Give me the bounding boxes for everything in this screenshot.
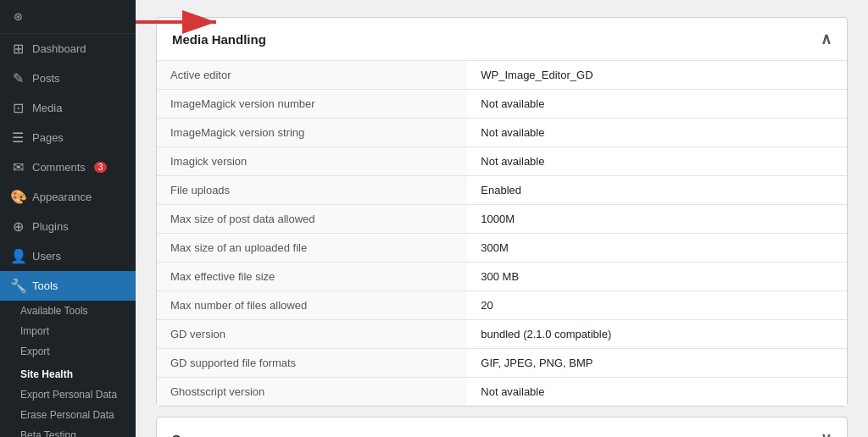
row-label: Max size of post data allowed	[157, 205, 467, 234]
submenu-site-health[interactable]: Site Health	[0, 362, 136, 384]
row-value: GIF, JPEG, PNG, BMP	[467, 349, 847, 378]
row-label: File uploads	[157, 176, 467, 205]
row-value: 300 MB	[467, 263, 847, 291]
row-label: Max size of an uploaded file	[157, 234, 467, 263]
row-value: Not available	[467, 147, 847, 176]
row-label: Active editor	[157, 61, 467, 90]
table-row: Active editor WP_Image_Editor_GD	[157, 61, 847, 90]
table-row: Max size of an uploaded file 300M	[157, 234, 847, 263]
appearance-icon: 🎨	[10, 189, 25, 205]
media-handling-table: Active editor WP_Image_Editor_GD ImageMa…	[157, 61, 847, 406]
row-value: WP_Image_Editor_GD	[467, 61, 847, 90]
table-row: File uploads Enabled	[157, 176, 847, 205]
table-row: GD supported file formats GIF, JPEG, PNG…	[157, 349, 847, 378]
media-handling-body: Active editor WP_Image_Editor_GD ImageMa…	[157, 60, 847, 406]
server-section: Server ∨	[156, 417, 848, 437]
sidebar-logo: ⊛	[0, 0, 136, 34]
submenu-available-tools[interactable]: Available Tools	[0, 301, 136, 321]
sidebar-item-posts[interactable]: ✎ Posts	[0, 64, 136, 93]
table-row: ImageMagick version string Not available	[157, 119, 847, 147]
row-label: Max effective file size	[157, 263, 467, 291]
users-icon: 👤	[10, 248, 25, 264]
sidebar-item-label: Tools	[32, 279, 58, 292]
row-value: Enabled	[467, 176, 847, 205]
row-label: ImageMagick version number	[157, 90, 467, 119]
row-value: Not available	[467, 378, 847, 407]
table-row: Max effective file size 300 MB	[157, 263, 847, 291]
dashboard-icon: ⊞	[10, 41, 25, 57]
table-row: GD version bundled (2.1.0 compatible)	[157, 320, 847, 349]
submenu-export[interactable]: Export	[0, 341, 136, 362]
table-row: ImageMagick version number Not available	[157, 90, 847, 119]
sidebar-item-label: Plugins	[32, 220, 69, 233]
table-row: Max number of files allowed 20	[157, 291, 847, 320]
sidebar: ⊛ ⊞ Dashboard ✎ Posts ⊡ Media ☰ Pages ✉ …	[0, 0, 136, 437]
media-icon: ⊡	[10, 100, 25, 116]
server-title: Server	[172, 432, 212, 438]
row-label: GD supported file formats	[157, 349, 467, 378]
submenu-erase-personal-data[interactable]: Erase Personal Data	[0, 405, 136, 425]
sidebar-item-pages[interactable]: ☰ Pages	[0, 123, 136, 152]
main-content: Media Handling ∧ Active editor WP_Image_…	[136, 0, 868, 437]
sidebar-item-label: Users	[32, 250, 61, 263]
sidebar-item-media[interactable]: ⊡ Media	[0, 93, 136, 123]
row-value: Not available	[467, 90, 847, 119]
row-value: Not available	[467, 119, 847, 147]
sidebar-item-tools[interactable]: 🔧 Tools	[0, 271, 136, 301]
submenu-export-personal-data[interactable]: Export Personal Data	[0, 384, 136, 405]
sidebar-item-label: Media	[32, 102, 62, 114]
sidebar-item-plugins[interactable]: ⊕ Plugins	[0, 212, 136, 241]
submenu-import[interactable]: Import	[0, 321, 136, 341]
pages-icon: ☰	[10, 130, 25, 146]
row-value: 1000M	[467, 205, 847, 234]
server-chevron: ∨	[821, 429, 832, 437]
table-row: Max size of post data allowed 1000M	[157, 205, 847, 234]
row-label: Max number of files allowed	[157, 291, 467, 320]
media-handling-chevron: ∧	[821, 30, 832, 48]
sidebar-item-users[interactable]: 👤 Users	[0, 241, 136, 271]
row-value: 300M	[467, 234, 847, 263]
sidebar-item-comments[interactable]: ✉ Comments 3	[0, 152, 136, 182]
media-handling-title: Media Handling	[172, 32, 266, 47]
sidebar-item-label: Pages	[32, 131, 64, 144]
row-label: Imagick version	[157, 147, 467, 176]
posts-icon: ✎	[10, 70, 25, 86]
plugins-icon: ⊕	[10, 218, 25, 235]
sidebar-item-dashboard[interactable]: ⊞ Dashboard	[0, 34, 136, 64]
sidebar-item-label: Posts	[32, 72, 60, 85]
media-handling-header[interactable]: Media Handling ∧	[157, 18, 847, 60]
table-row: Ghostscript version Not available	[157, 378, 847, 407]
table-row: Imagick version Not available	[157, 147, 847, 176]
row-label: GD version	[157, 320, 467, 349]
comments-badge: 3	[94, 162, 108, 173]
tools-submenu: Available Tools Import Export Site Healt…	[0, 301, 136, 437]
row-value: bundled (2.1.0 compatible)	[467, 320, 847, 349]
row-label: Ghostscript version	[157, 378, 467, 407]
sidebar-item-label: Appearance	[32, 191, 92, 203]
wp-logo-icon: ⊛	[14, 10, 23, 23]
media-handling-section: Media Handling ∧ Active editor WP_Image_…	[156, 17, 848, 407]
server-header[interactable]: Server ∨	[157, 418, 847, 437]
row-value: 20	[467, 291, 847, 320]
row-label: ImageMagick version string	[157, 119, 467, 147]
tools-icon: 🔧	[10, 278, 25, 294]
sidebar-item-label: Comments	[32, 161, 86, 174]
sidebar-item-label: Dashboard	[32, 42, 86, 55]
comments-icon: ✉	[10, 159, 25, 175]
sidebar-item-appearance[interactable]: 🎨 Appearance	[0, 182, 136, 212]
submenu-beta-testing[interactable]: Beta Testing	[0, 425, 136, 437]
